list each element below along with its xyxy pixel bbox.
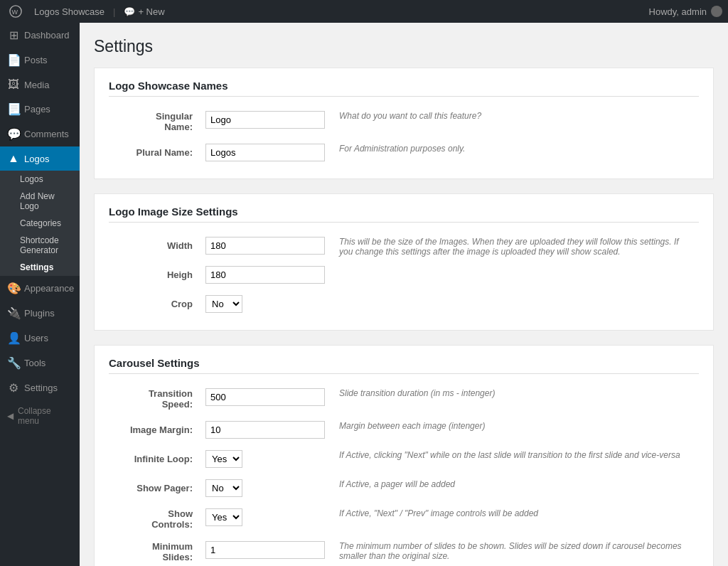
sidebar: ⊞ Dashboard 📄 Posts 🖼 Media 📃 P bbox=[0, 23, 80, 566]
sidebar-item-plugins[interactable]: 🔌 Plugins bbox=[0, 301, 80, 326]
sidebar-item-dashboard[interactable]: ⊞ Dashboard bbox=[0, 23, 80, 48]
infinite-loop-label: Infinite Loop: bbox=[109, 444, 201, 474]
admin-bar: W Logos Showcase | 💬 + New Howdy, admin bbox=[0, 0, 728, 23]
sidebar-label-settings: Settings bbox=[24, 383, 58, 393]
image-size-section-title: Logo Image Size Settings bbox=[109, 205, 699, 223]
plural-name-label: Plural Name: bbox=[109, 138, 201, 167]
transition-speed-input-cell bbox=[201, 383, 329, 415]
sidebar-label-plugins: Plugins bbox=[24, 308, 55, 319]
sidebar-item-posts[interactable]: 📄 Posts bbox=[0, 48, 80, 73]
sidebar-menu: ⊞ Dashboard 📄 Posts 🖼 Media 📃 P bbox=[0, 23, 80, 400]
minimum-slides-desc: The minimum number of slides to be shown… bbox=[329, 535, 699, 566]
show-controls-row: ShowControls: Yes No If Active, "Next" /… bbox=[109, 503, 699, 535]
plural-name-desc: For Administration purposes only. bbox=[329, 138, 699, 167]
names-section-title: Logo Showcase Names bbox=[109, 80, 699, 97]
plural-name-row: Plural Name: For Administration purposes… bbox=[109, 138, 699, 167]
svg-text:W: W bbox=[12, 9, 18, 16]
transition-speed-row: TransitionSpeed: Slide transition durati… bbox=[109, 383, 699, 415]
minimum-slides-input[interactable] bbox=[205, 541, 325, 559]
plus-icon: 💬 bbox=[124, 6, 135, 17]
sidebar-label-media: Media bbox=[24, 80, 49, 90]
submenu-settings[interactable]: Settings bbox=[0, 259, 80, 276]
crop-input-cell: No Yes bbox=[201, 289, 329, 319]
plural-name-input[interactable] bbox=[205, 144, 325, 161]
names-section: Logo Showcase Names SingularName: What d… bbox=[94, 68, 714, 179]
tools-icon: 🔧 bbox=[7, 356, 20, 370]
sidebar-item-media[interactable]: 🖼 Media bbox=[0, 73, 80, 97]
image-margin-input[interactable] bbox=[205, 421, 325, 439]
infinite-loop-desc: If Active, clicking "Next" while on the … bbox=[329, 444, 699, 474]
height-input-cell bbox=[201, 260, 329, 289]
image-size-section: Logo Image Size Settings Width This will… bbox=[94, 193, 714, 331]
media-icon: 🖼 bbox=[7, 78, 20, 91]
plural-name-input-cell bbox=[201, 138, 329, 167]
names-form-table: SingularName: What do you want to call t… bbox=[109, 105, 699, 167]
show-controls-desc: If Active, "Next" / "Prev" image control… bbox=[329, 503, 699, 535]
collapse-arrow-icon: ◀ bbox=[7, 411, 14, 421]
show-pager-select[interactable]: No Yes bbox=[205, 479, 242, 497]
image-margin-label: Image Margin: bbox=[109, 415, 201, 444]
show-pager-label: Show Pager: bbox=[109, 474, 201, 503]
show-controls-select[interactable]: Yes No bbox=[205, 508, 242, 526]
show-controls-label: ShowControls: bbox=[109, 503, 201, 535]
sidebar-item-comments[interactable]: 💬 Comments bbox=[0, 122, 80, 146]
submenu-logos[interactable]: Logos bbox=[0, 171, 80, 188]
sidebar-label-users: Users bbox=[24, 333, 48, 343]
crop-select[interactable]: No Yes bbox=[205, 295, 242, 313]
site-name[interactable]: Logos Showcase bbox=[28, 6, 110, 17]
width-input-cell bbox=[201, 231, 329, 260]
infinite-loop-row: Infinite Loop: Yes No If Active, clickin… bbox=[109, 444, 699, 474]
transition-speed-input[interactable] bbox=[205, 388, 325, 406]
posts-icon: 📄 bbox=[7, 53, 20, 67]
submenu-categories[interactable]: Categories bbox=[0, 215, 80, 232]
singular-name-label: SingularName: bbox=[109, 105, 201, 138]
avatar bbox=[711, 6, 722, 17]
image-margin-input-cell bbox=[201, 415, 329, 444]
logos-submenu: Logos Add New Logo Categories Shortcode … bbox=[0, 171, 80, 276]
height-label: Heigh bbox=[109, 260, 201, 289]
sidebar-label-comments: Comments bbox=[24, 129, 69, 139]
sidebar-item-appearance[interactable]: 🎨 Appearance bbox=[0, 276, 80, 301]
page-title: Settings bbox=[94, 37, 714, 56]
sidebar-label-posts: Posts bbox=[24, 55, 48, 65]
height-input[interactable] bbox=[205, 266, 325, 284]
sidebar-item-settings[interactable]: ⚙ Settings bbox=[0, 375, 80, 400]
sidebar-item-tools[interactable]: 🔧 Tools bbox=[0, 351, 80, 375]
singular-name-input-cell bbox=[201, 105, 329, 138]
sidebar-label-appearance: Appearance bbox=[24, 283, 74, 294]
wp-logo: W bbox=[6, 0, 26, 23]
settings-icon: ⚙ bbox=[7, 381, 20, 395]
crop-label: Crop bbox=[109, 289, 201, 319]
sidebar-label-dashboard: Dashboard bbox=[24, 30, 70, 41]
new-content-link[interactable]: 💬 + New bbox=[118, 6, 170, 17]
sidebar-item-users[interactable]: 👤 Users bbox=[0, 326, 80, 351]
submenu-shortcode-generator[interactable]: Shortcode Generator bbox=[0, 232, 80, 259]
transition-speed-desc: Slide transition duration (in ms - inten… bbox=[329, 383, 699, 415]
sidebar-item-logos[interactable]: ▲ Logos bbox=[0, 146, 80, 171]
image-size-desc: This will be the size of the Images. Whe… bbox=[329, 231, 699, 319]
sidebar-item-pages[interactable]: 📃 Pages bbox=[0, 97, 80, 122]
show-pager-desc: If Active, a pager will be added bbox=[329, 474, 699, 503]
show-controls-input-cell: Yes No bbox=[201, 503, 329, 535]
minimum-slides-label: MinimumSlides: bbox=[109, 535, 201, 566]
main-content: Settings Logo Showcase Names SingularNam… bbox=[80, 23, 728, 566]
dashboard-icon: ⊞ bbox=[7, 28, 20, 42]
users-icon: 👤 bbox=[7, 331, 20, 345]
infinite-loop-select[interactable]: Yes No bbox=[205, 450, 242, 468]
plugins-icon: 🔌 bbox=[7, 306, 20, 320]
collapse-menu[interactable]: ◀ Collapse menu bbox=[0, 400, 80, 432]
logos-icon: ▲ bbox=[7, 152, 20, 165]
width-input[interactable] bbox=[205, 237, 325, 255]
sidebar-label-pages: Pages bbox=[24, 104, 50, 114]
carousel-section: Carousel Settings TransitionSpeed: Slide… bbox=[94, 345, 714, 566]
sidebar-label-logos: Logos bbox=[24, 154, 49, 164]
singular-name-input[interactable] bbox=[205, 111, 325, 129]
user-howdy: Howdy, admin bbox=[649, 6, 722, 17]
submenu-add-new-logo[interactable]: Add New Logo bbox=[0, 188, 80, 215]
width-label: Width bbox=[109, 231, 201, 260]
show-pager-row: Show Pager: No Yes If Active, a pager wi… bbox=[109, 474, 699, 503]
width-row: Width This will be the size of the Image… bbox=[109, 231, 699, 260]
comments-icon: 💬 bbox=[7, 127, 20, 141]
show-pager-input-cell: No Yes bbox=[201, 474, 329, 503]
pages-icon: 📃 bbox=[7, 102, 20, 116]
